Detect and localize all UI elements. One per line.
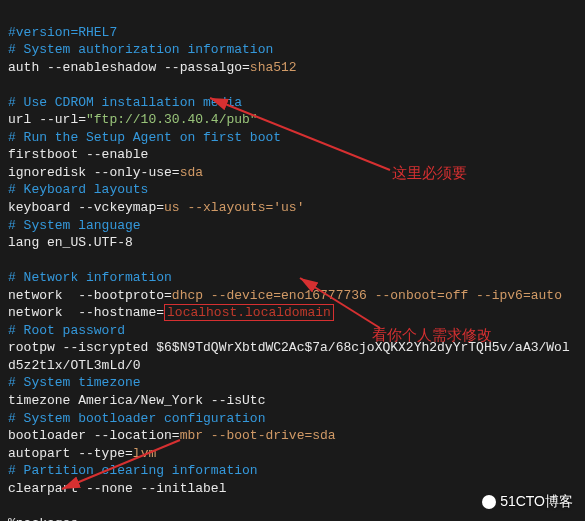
- code-line: bootloader --location=mbr --boot-drive=s…: [8, 428, 336, 443]
- code-line: # System timezone: [8, 375, 141, 390]
- code-line: # Run the Setup Agent on first boot: [8, 130, 281, 145]
- code-line: auth --enableshadow --passalgo=sha512: [8, 60, 297, 75]
- code-line: # System language: [8, 218, 141, 233]
- watermark: 51CTO博客: [482, 492, 573, 511]
- code-line: #version=RHEL7: [8, 25, 117, 40]
- code-line: keyboard --vckeymap=us --xlayouts='us': [8, 200, 304, 215]
- code-line: d5z2tlx/OTL3mLd/0: [8, 358, 141, 373]
- code-line: %packages: [8, 516, 78, 521]
- code-block: #version=RHEL7 # System authorization in…: [0, 0, 585, 521]
- code-line: timezone America/New_York --isUtc: [8, 393, 265, 408]
- hostname-box: localhost.localdomain: [164, 304, 334, 321]
- code-line: clearpart --none --initlabel: [8, 481, 226, 496]
- code-line: lang en_US.UTF-8: [8, 235, 133, 250]
- code-line: ignoredisk --only-use=sda: [8, 165, 203, 180]
- code-line: autopart --type=lvm: [8, 446, 156, 461]
- watermark-text: 51CTO博客: [500, 492, 573, 511]
- code-line: # Network information: [8, 270, 172, 285]
- code-line: network --hostname=localhost.localdomain: [8, 304, 334, 321]
- code-line: rootpw --iscrypted $6$N9TdQWrXbtdWC2Ac$7…: [8, 340, 570, 355]
- code-line: url --url="ftp://10.30.40.4/pub": [8, 112, 258, 127]
- logo-dot-icon: [482, 495, 496, 509]
- code-line: firstboot --enable: [8, 147, 148, 162]
- code-line: # System authorization information: [8, 42, 273, 57]
- code-line: # Keyboard layouts: [8, 182, 148, 197]
- code-line: # Use CDROM installation media: [8, 95, 242, 110]
- code-line: # System bootloader configuration: [8, 411, 265, 426]
- code-line: # Partition clearing information: [8, 463, 258, 478]
- code-line: network --bootproto=dhcp --device=eno167…: [8, 288, 562, 303]
- code-line: # Root password: [8, 323, 125, 338]
